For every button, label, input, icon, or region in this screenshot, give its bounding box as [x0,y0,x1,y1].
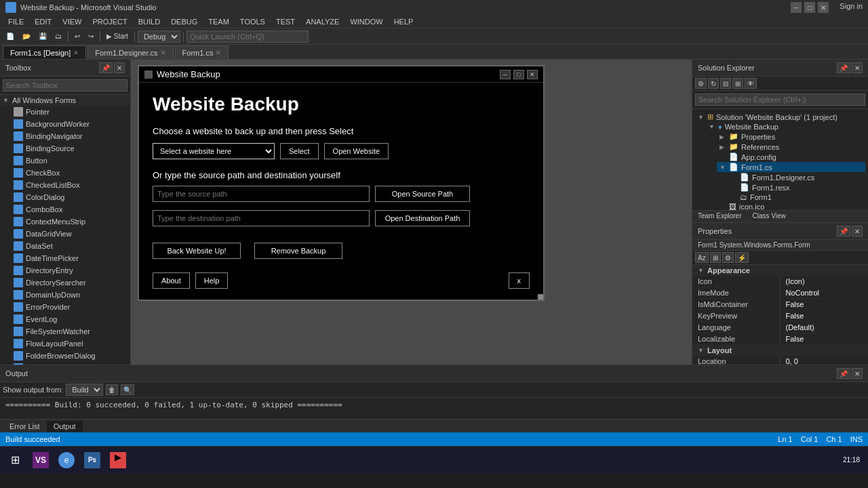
se-show-all-button[interactable]: 👁 [745,78,757,89]
toolbox-item-checkbox[interactable]: CheckBox [0,167,130,179]
help-button[interactable]: Help [195,272,229,289]
undo-button[interactable]: ↩ [71,30,83,43]
toolbox-group-all-windows-forms[interactable]: ▼ All Windows Forms [0,95,130,106]
menu-debug[interactable]: DEBUG [165,16,203,27]
output-source-dropdown[interactable]: Build [66,384,103,396]
se-filter-button[interactable]: ⊟ [720,78,731,89]
toolbox-item-errorprovider[interactable]: ErrorProvider [0,301,130,313]
output-close-button[interactable]: ✕ [852,368,863,379]
form-close-button[interactable]: ✕ [527,70,538,79]
menu-view[interactable]: VIEW [57,16,87,27]
toolbox-item-combobox[interactable]: ComboBox [0,203,130,216]
props-properties-button[interactable]: ⚙ [722,252,734,263]
tree-solution[interactable]: ▼ ⊞ Solution 'Website Backup' (1 project… [695,112,865,122]
tree-properties[interactable]: ▶ 📁 Properties [717,131,865,142]
menu-project[interactable]: PROJECT [87,16,132,27]
minimize-button[interactable]: ─ [791,2,802,13]
tab-close-form1-cs[interactable]: ✕ [216,49,221,56]
se-refresh-button[interactable]: ↻ [708,78,719,89]
props-categorized-button[interactable]: ⊞ [710,252,721,263]
toolbox-item-backgroundworker[interactable]: BackgroundWorker [0,118,130,130]
toolbox-close-button[interactable]: ✕ [114,62,125,73]
toolbox-pin-button[interactable]: 📌 [99,62,113,73]
toolbox-item-filesystemwatcher[interactable]: FileSystemWatcher [0,325,130,338]
tree-project[interactable]: ▼ ♦ Website Backup [706,122,865,131]
tab-close-form1-designer[interactable]: ✕ [161,49,166,56]
form-window[interactable]: Website Backup ─ □ ✕ Website Backup Choo… [138,65,545,301]
tree-form1-resx[interactable]: 📄 Form1.resx [728,182,865,192]
toolbox-item-fontdialog[interactable]: FontDialog [0,362,130,365]
open-website-button[interactable]: Open Website [324,143,389,159]
tab-close-form1-design[interactable]: ✕ [73,49,79,56]
open-source-path-button[interactable]: Open Source Path [375,186,470,202]
tab-form1-cs[interactable]: Form1.cs ✕ [175,45,229,59]
about-button[interactable]: About [153,272,190,289]
menu-tools[interactable]: TOOLS [235,16,271,27]
sign-in-label[interactable]: Sign in [831,2,863,13]
taskbar-vs-button[interactable]: VS [28,448,53,472]
menu-team[interactable]: TEAM [203,16,235,27]
prop-section-layout[interactable]: ▼ Layout [692,345,868,356]
output-find-button[interactable]: 🔍 [121,384,134,395]
taskbar-ie-button[interactable]: e [54,448,79,472]
tree-form1-designer[interactable]: 📄 Form1.Designer.cs [728,172,865,182]
solution-explorer-close-button[interactable]: ✕ [852,62,863,73]
toolbox-item-bindingsource[interactable]: BindingSource [0,142,130,155]
open-button[interactable]: 📂 [19,30,34,43]
form-maximize-button[interactable]: □ [513,70,524,79]
toolbox-item-datagridview[interactable]: DataGridView [0,228,130,240]
source-path-input[interactable] [153,186,370,202]
tab-form1-design[interactable]: Form1.cs [Design] ✕ [3,45,86,59]
form-minimize-button[interactable]: ─ [500,70,511,79]
prop-section-appearance[interactable]: ▼ Appearance [692,265,868,276]
properties-pin-button[interactable]: 📌 [837,226,850,237]
toolbox-item-domainupdown[interactable]: DomainUpDown [0,289,130,301]
props-events-button[interactable]: ⚡ [735,252,749,263]
tree-form1-node[interactable]: 🗂 Form1 [728,192,865,202]
bottom-tab-output[interactable]: Output [47,421,83,432]
maximize-button[interactable]: □ [804,2,815,13]
team-explorer-tab[interactable]: Team Explorer [692,211,747,222]
open-dest-path-button[interactable]: Open Destination Path [375,210,470,226]
tree-form1-cs[interactable]: ▼ 📄 Form1.cs [717,162,865,172]
toolbox-item-eventlog[interactable]: EventLog [0,313,130,325]
tree-icon-ico[interactable]: 🖼 icon.ico [717,202,865,210]
tab-form1-designer[interactable]: Form1.Designer.cs ✕ [87,45,173,59]
toolbox-item-datetimepicker[interactable]: DateTimePicker [0,252,130,264]
resize-grip[interactable] [538,294,543,300]
website-dropdown[interactable]: Select a website here [153,143,275,159]
tree-references[interactable]: ▶ 📁 References [717,142,865,152]
se-props-button[interactable]: ⚙ [695,78,707,89]
toolbox-item-directoryentry[interactable]: DirectoryEntry [0,264,130,277]
menu-test[interactable]: TEST [271,16,300,27]
tree-app-config[interactable]: 📄 App.config [717,152,865,162]
output-clear-button[interactable]: 🗑 [106,384,118,395]
toolbox-item-contextmenustrip[interactable]: ContextMenuStrip [0,216,130,228]
new-project-button[interactable]: 📄 [3,30,18,43]
toolbox-item-bindingnavigator[interactable]: BindingNavigator [0,130,130,142]
menu-build[interactable]: BUILD [133,16,165,27]
toolbox-item-dataset[interactable]: DataSet [0,240,130,252]
menu-analyze[interactable]: ANALYZE [300,16,344,27]
class-view-tab[interactable]: Class View [747,211,791,222]
remove-backup-button[interactable]: Remove Backup [254,243,342,259]
taskbar-ps-button[interactable]: Ps [80,448,104,472]
dest-path-input[interactable] [153,210,370,226]
toolbox-item-directorysearcher[interactable]: DirectorySearcher [0,277,130,289]
toolbox-item-colordialog[interactable]: ColorDialog [0,191,130,203]
menu-edit[interactable]: EDIT [29,16,57,27]
menu-window[interactable]: WINDOW [344,16,388,27]
se-collapse-button[interactable]: ⊞ [732,78,743,89]
save-button[interactable]: 💾 [35,30,50,43]
quick-launch-input[interactable] [186,30,309,43]
solution-explorer-search-input[interactable] [695,94,865,106]
output-pin-button[interactable]: 📌 [837,368,850,379]
toolbox-item-folderbrowserdialog[interactable]: FolderBrowserDialog [0,350,130,362]
back-website-button[interactable]: Back Website Up! [153,243,241,259]
toolbox-item-flowlayoutpanel[interactable]: FlowLayoutPanel [0,338,130,350]
toolbox-item-button[interactable]: Button [0,155,130,167]
close-button[interactable]: ✕ [818,2,829,13]
select-button[interactable]: Select [280,143,319,159]
start-button[interactable]: ▶ Start [103,30,132,43]
save-all-button[interactable]: 🗂 [52,30,65,43]
